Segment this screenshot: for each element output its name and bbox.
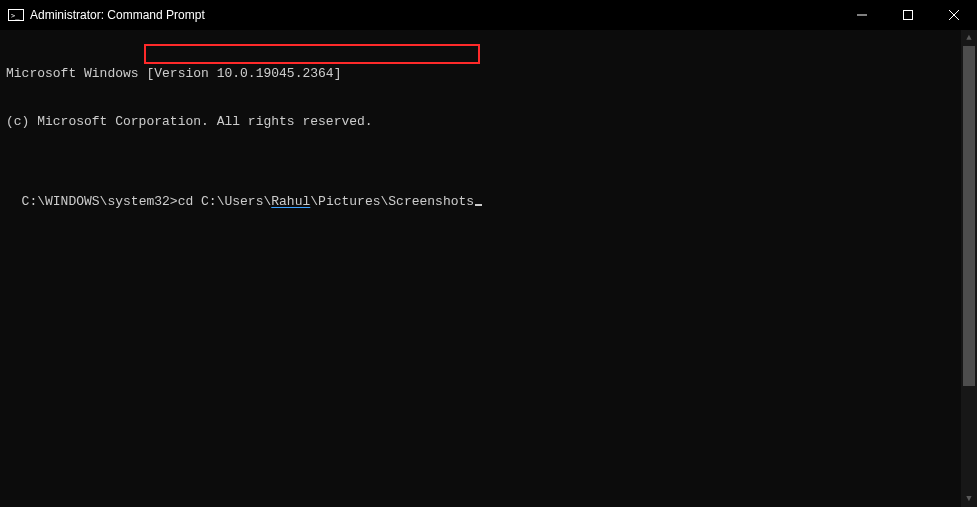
- minimize-button[interactable]: [839, 0, 885, 30]
- svg-rect-3: [904, 11, 913, 20]
- titlebar[interactable]: >_ Administrator: Command Prompt: [0, 0, 977, 30]
- scroll-up-button[interactable]: ▲: [961, 30, 977, 46]
- window-controls: [839, 0, 977, 30]
- svg-text:>_: >_: [11, 12, 20, 20]
- cmd-icon: >_: [8, 7, 24, 23]
- output-line: Microsoft Windows [Version 10.0.19045.23…: [6, 66, 971, 82]
- command-text-post: \Pictures\Screenshots: [310, 194, 474, 209]
- terminal-area[interactable]: Microsoft Windows [Version 10.0.19045.23…: [0, 30, 977, 507]
- command-text-pre: cd C:\Users\: [178, 194, 272, 209]
- scroll-thumb[interactable]: [963, 46, 975, 386]
- command-text-user: Rahul: [271, 194, 310, 209]
- window-title: Administrator: Command Prompt: [30, 8, 205, 22]
- scroll-down-button[interactable]: ▼: [961, 491, 977, 507]
- output-line: (c) Microsoft Corporation. All rights re…: [6, 114, 971, 130]
- vertical-scrollbar[interactable]: ▲ ▼: [961, 30, 977, 507]
- text-cursor: [475, 204, 482, 206]
- prompt-text: C:\WINDOWS\system32>: [22, 194, 178, 209]
- prompt-line[interactable]: C:\WINDOWS\system32>cd C:\Users\Rahul\Pi…: [22, 194, 483, 210]
- maximize-button[interactable]: [885, 0, 931, 30]
- close-button[interactable]: [931, 0, 977, 30]
- blank-line: [6, 162, 971, 178]
